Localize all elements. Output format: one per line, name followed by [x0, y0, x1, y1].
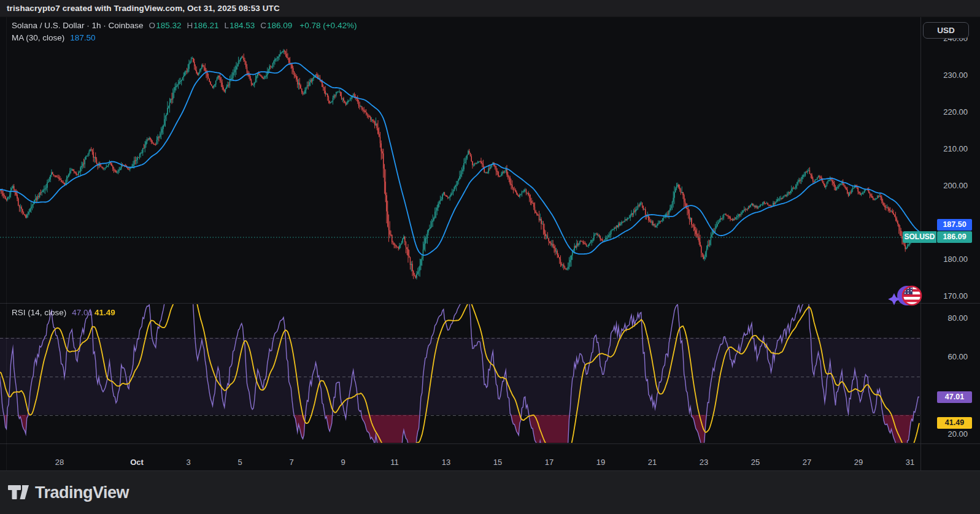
- price-axis-label: 20.00: [922, 430, 977, 439]
- change-value: +0.78 (+0.42%): [299, 21, 357, 30]
- currency-toggle-button[interactable]: USD: [923, 22, 969, 39]
- price-axis-label: 170.00: [922, 292, 977, 301]
- ma-label[interactable]: MA (30, close): [12, 33, 64, 42]
- chart-bottom-border: [0, 470, 980, 471]
- tradingview-wordmark: TradingView: [35, 483, 129, 502]
- tradingview-chart-page: trishacrypto7 created with TradingView.c…: [0, 0, 980, 514]
- rsi-label[interactable]: RSI (14, close): [12, 308, 66, 317]
- pane-left-border: [6, 17, 7, 470]
- time-axis-label: 11: [390, 458, 399, 467]
- rsi-chart-canvas[interactable]: [0, 304, 920, 443]
- ma-legend[interactable]: MA (30, close)187.50: [12, 33, 98, 42]
- time-axis-label: 15: [493, 458, 502, 467]
- rsi-value-badge: 47.01: [937, 391, 972, 403]
- ma-price-badge: 187.50: [937, 219, 972, 231]
- symbol-price-tag: SOLUSD: [903, 231, 936, 243]
- time-axis-label: 28: [55, 458, 64, 467]
- time-axis-label: 7: [289, 458, 293, 467]
- us-flag-sparkle-icon: [884, 280, 924, 314]
- price-axis-label: 60.00: [922, 353, 977, 361]
- time-axis-label: 21: [648, 458, 657, 467]
- time-axis-label: 13: [442, 458, 450, 467]
- ohlc-key: H: [187, 21, 193, 30]
- price-axis-border: [920, 17, 921, 470]
- ohlc-value: 185.32: [156, 21, 181, 30]
- ohlc-key: L: [224, 21, 229, 30]
- symbol-legend[interactable]: Solana / U.S. Dollar · 1h · CoinbaseO185…: [12, 21, 358, 30]
- ma-value: 187.50: [70, 33, 95, 42]
- time-axis-label: 19: [596, 458, 605, 467]
- footer-bar: TradingView: [0, 471, 980, 514]
- symbol-title[interactable]: Solana / U.S. Dollar · 1h · Coinbase: [12, 21, 144, 30]
- rsi-ma-value-badge: 41.49: [937, 417, 972, 429]
- rsi-legend[interactable]: RSI (14, close)47.0141.49: [12, 308, 117, 317]
- tradingview-logo[interactable]: TradingView: [8, 483, 129, 502]
- last-price-badge: 186.09: [937, 231, 972, 243]
- ohlc-value: 186.09: [267, 21, 292, 30]
- attribution-bar: trishacrypto7 created with TradingView.c…: [0, 0, 980, 17]
- time-axis-label: 29: [854, 458, 863, 467]
- time-axis-label: 9: [341, 458, 345, 467]
- ohlc-value: 186.21: [193, 21, 218, 30]
- price-axis-label: 210.00: [922, 145, 977, 153]
- ohlc-values: O185.32H186.21L184.53C186.09: [149, 21, 298, 30]
- ohlc-key: C: [260, 21, 266, 30]
- rsi-value: 47.01: [72, 308, 93, 317]
- pane-separator[interactable]: [0, 443, 980, 444]
- time-axis-label: 17: [545, 458, 554, 467]
- time-axis-label: 3: [186, 458, 190, 467]
- ohlc-key: O: [149, 21, 156, 30]
- price-chart-canvas[interactable]: [0, 17, 920, 303]
- time-axis-label: 5: [237, 458, 242, 467]
- price-axis-label: 180.00: [922, 255, 977, 264]
- price-axis-label: 230.00: [922, 71, 977, 80]
- rsi-ma-value: 41.49: [95, 308, 115, 317]
- time-axis-label: Oct: [130, 458, 144, 467]
- price-axis-label: 200.00: [922, 182, 977, 190]
- time-axis-label: 25: [751, 458, 760, 467]
- tradingview-glyph-icon: [8, 485, 29, 500]
- pane-separator[interactable]: [0, 303, 980, 304]
- attribution-text: trishacrypto7 created with TradingView.c…: [7, 4, 280, 13]
- time-axis-label: 31: [906, 458, 914, 467]
- time-axis-label: 23: [700, 458, 708, 467]
- price-axis-label: 220.00: [922, 108, 977, 117]
- time-axis-label: 27: [803, 458, 811, 467]
- price-axis-label: 80.00: [922, 314, 977, 323]
- ohlc-value: 184.53: [230, 21, 255, 30]
- chart-widget[interactable]: Solana / U.S. Dollar · 1h · CoinbaseO185…: [0, 17, 980, 470]
